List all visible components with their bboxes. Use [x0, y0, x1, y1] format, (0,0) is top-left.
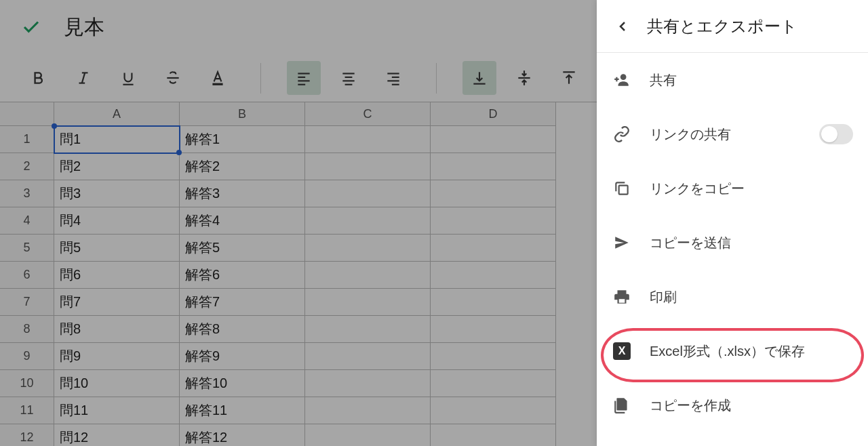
- cell[interactable]: 解答1: [180, 126, 305, 153]
- cell[interactable]: 解答3: [180, 180, 305, 207]
- column-header[interactable]: A: [54, 102, 180, 126]
- share-item[interactable]: 共有: [597, 53, 868, 107]
- toolbar-separator: [260, 63, 261, 94]
- row-header[interactable]: 12: [0, 424, 54, 446]
- copy-link-item[interactable]: リンクをコピー: [597, 161, 868, 216]
- cell[interactable]: [305, 180, 431, 207]
- align-right-button[interactable]: [376, 61, 410, 95]
- document-title[interactable]: 見本: [64, 14, 104, 41]
- cell[interactable]: 解答9: [180, 343, 305, 370]
- cell[interactable]: [431, 316, 556, 343]
- cell[interactable]: [431, 343, 556, 370]
- share-export-panel: 共有とエクスポート 共有 リンクの共有 リンクをコピー コピーを送信 印刷: [597, 0, 868, 446]
- back-button[interactable]: [610, 14, 635, 39]
- svg-rect-27: [619, 299, 625, 302]
- cell[interactable]: 解答8: [180, 316, 305, 343]
- cell[interactable]: [305, 424, 431, 446]
- cell[interactable]: [305, 153, 431, 180]
- cell[interactable]: [305, 126, 431, 153]
- cell[interactable]: [431, 424, 556, 446]
- cell[interactable]: 解答2: [180, 153, 305, 180]
- cell[interactable]: 解答11: [180, 397, 305, 424]
- cell[interactable]: 解答5: [180, 235, 305, 262]
- row-header[interactable]: 3: [0, 180, 54, 207]
- cell[interactable]: 解答10: [180, 370, 305, 397]
- italic-button[interactable]: [66, 61, 100, 95]
- cell[interactable]: 問3: [54, 180, 180, 207]
- cell[interactable]: 問10: [54, 370, 180, 397]
- cell[interactable]: [305, 397, 431, 424]
- valign-top-button[interactable]: [552, 61, 586, 95]
- cell[interactable]: [431, 180, 556, 207]
- cell[interactable]: [305, 370, 431, 397]
- cell[interactable]: [431, 235, 556, 262]
- cell[interactable]: 問2: [54, 153, 180, 180]
- link-share-toggle[interactable]: [819, 124, 853, 144]
- panel-header: 共有とエクスポート: [597, 0, 868, 53]
- print-item[interactable]: 印刷: [597, 270, 868, 324]
- cell[interactable]: [305, 235, 431, 262]
- save-xlsx-label: Excel形式（.xlsx）で保存: [650, 342, 853, 361]
- cell[interactable]: [305, 262, 431, 289]
- save-xlsx-item[interactable]: X Excel形式（.xlsx）で保存: [597, 324, 868, 378]
- row-header[interactable]: 10: [0, 370, 54, 397]
- cell[interactable]: [305, 343, 431, 370]
- cell[interactable]: [305, 207, 431, 235]
- column-header[interactable]: D: [431, 102, 556, 126]
- row-header[interactable]: 6: [0, 262, 54, 289]
- valign-middle-button[interactable]: [507, 61, 541, 95]
- cell[interactable]: [431, 289, 556, 316]
- cell[interactable]: 解答7: [180, 289, 305, 316]
- cell[interactable]: [431, 262, 556, 289]
- row-header[interactable]: 7: [0, 289, 54, 316]
- row-header[interactable]: 9: [0, 343, 54, 370]
- copy-link-label: リンクをコピー: [650, 180, 853, 198]
- align-left-button[interactable]: [287, 61, 321, 95]
- cell[interactable]: [431, 397, 556, 424]
- underline-button[interactable]: [111, 61, 145, 95]
- make-copy-item[interactable]: コピーを作成: [597, 378, 868, 432]
- cell[interactable]: 問5: [54, 235, 180, 262]
- row-header[interactable]: 5: [0, 235, 54, 262]
- select-all-corner[interactable]: [0, 102, 54, 126]
- row-header[interactable]: 4: [0, 207, 54, 235]
- send-copy-item[interactable]: コピーを送信: [597, 216, 868, 270]
- cell[interactable]: [431, 370, 556, 397]
- printer-icon: [612, 287, 632, 307]
- column-header[interactable]: B: [180, 102, 305, 126]
- cell[interactable]: [431, 153, 556, 180]
- cell[interactable]: [305, 316, 431, 343]
- cell[interactable]: [305, 289, 431, 316]
- text-color-button[interactable]: [201, 61, 235, 95]
- link-share-item[interactable]: リンクの共有: [597, 107, 868, 161]
- cell[interactable]: 解答12: [180, 424, 305, 446]
- cell[interactable]: 解答4: [180, 207, 305, 235]
- valign-bottom-button[interactable]: [462, 61, 496, 95]
- cell[interactable]: 問11: [54, 397, 180, 424]
- bold-button[interactable]: [22, 61, 56, 95]
- column-header[interactable]: C: [305, 102, 431, 126]
- cell[interactable]: 問7: [54, 289, 180, 316]
- row-header[interactable]: 8: [0, 316, 54, 343]
- cell[interactable]: 問6: [54, 262, 180, 289]
- cell[interactable]: [431, 207, 556, 235]
- make-copy-label: コピーを作成: [650, 397, 853, 415]
- cell[interactable]: 解答6: [180, 262, 305, 289]
- row-header[interactable]: 1: [0, 126, 54, 153]
- row-header[interactable]: 2: [0, 153, 54, 180]
- cell[interactable]: 問4: [54, 207, 180, 235]
- cell[interactable]: 問9: [54, 343, 180, 370]
- send-copy-label: コピーを送信: [650, 234, 853, 252]
- svg-line-2: [82, 73, 85, 83]
- row-header[interactable]: 11: [0, 397, 54, 424]
- cell[interactable]: [431, 126, 556, 153]
- link-share-label: リンクの共有: [650, 125, 802, 144]
- cell[interactable]: 問8: [54, 316, 180, 343]
- confirm-check-icon[interactable]: [20, 16, 42, 38]
- cell[interactable]: 問12: [54, 424, 180, 446]
- strikethrough-button[interactable]: [156, 61, 190, 95]
- person-add-icon: [612, 70, 632, 90]
- excel-icon: X: [612, 341, 632, 361]
- cell[interactable]: 問1: [54, 126, 180, 153]
- align-center-button[interactable]: [332, 61, 366, 95]
